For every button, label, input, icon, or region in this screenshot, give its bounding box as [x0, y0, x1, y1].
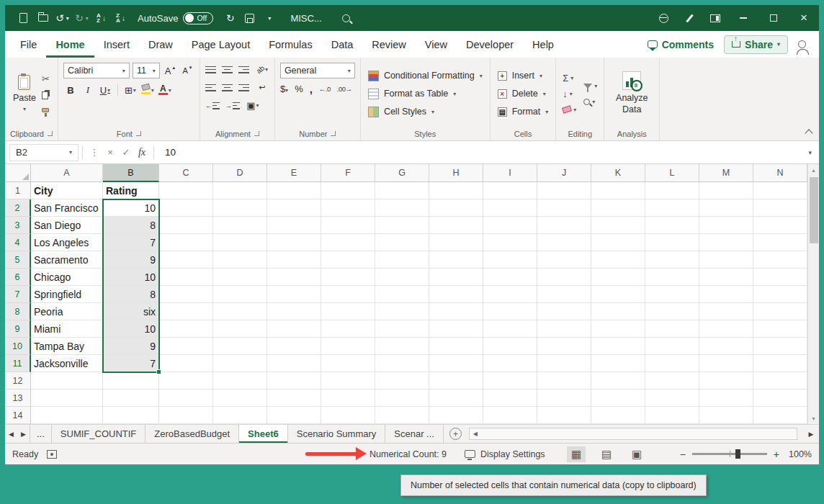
cancel-entry-button[interactable]: [102, 147, 118, 158]
row-header-8[interactable]: 8: [5, 303, 31, 320]
cell-l11[interactable]: [645, 355, 699, 372]
cell-f1[interactable]: [321, 182, 375, 199]
row-header-7[interactable]: 7: [5, 286, 31, 303]
cell-i12[interactable]: [483, 372, 537, 390]
copy-button[interactable]: [42, 89, 50, 100]
merge-center-button[interactable]: [246, 99, 260, 113]
column-header-g[interactable]: G: [375, 164, 429, 182]
align-right-icon[interactable]: [238, 84, 249, 92]
clear-button[interactable]: [563, 104, 576, 115]
insert-function-button[interactable]: fx: [134, 147, 150, 158]
cell-c11[interactable]: [159, 355, 213, 372]
cell-d10[interactable]: [213, 338, 267, 355]
cell-l9[interactable]: [645, 320, 699, 338]
cell-k12[interactable]: [591, 372, 645, 390]
cell-g7[interactable]: [375, 286, 429, 303]
cell-k4[interactable]: [591, 234, 645, 251]
cell-l13[interactable]: [645, 390, 699, 407]
ribbon-tab-developer[interactable]: Developer: [457, 31, 523, 58]
new-sheet-button[interactable]: [449, 428, 462, 440]
cell-f12[interactable]: [321, 372, 375, 390]
cell-b4[interactable]: 7: [103, 234, 159, 251]
cell-c7[interactable]: [159, 286, 213, 303]
cell-c10[interactable]: [159, 338, 213, 355]
cell-c8[interactable]: [159, 303, 213, 320]
cell-d3[interactable]: [213, 217, 267, 234]
cell-f6[interactable]: [321, 269, 375, 286]
macro-record-button[interactable]: [47, 450, 57, 459]
cell-h2[interactable]: [429, 199, 483, 217]
ribbon-tab-review[interactable]: Review: [362, 31, 416, 58]
cell-f3[interactable]: [321, 217, 375, 234]
cell-n12[interactable]: [753, 372, 807, 390]
cell-c9[interactable]: [159, 320, 213, 338]
cell-j10[interactable]: [537, 338, 591, 355]
cell-h4[interactable]: [429, 234, 483, 251]
cell-b13[interactable]: [103, 390, 159, 407]
cell-n1[interactable]: [753, 182, 807, 199]
dialog-launcher-icon[interactable]: [254, 131, 259, 136]
cell-e3[interactable]: [267, 217, 321, 234]
column-header-h[interactable]: H: [429, 164, 483, 182]
ribbon-tab-help[interactable]: Help: [523, 31, 563, 58]
cell-h9[interactable]: [429, 320, 483, 338]
vertical-scrollbar[interactable]: [807, 164, 819, 424]
ribbon-tab-page-layout[interactable]: Page Layout: [182, 31, 259, 58]
cell-b3[interactable]: 8: [103, 217, 159, 234]
cell-a13[interactable]: [31, 390, 103, 407]
redo-button[interactable]: [72, 7, 91, 29]
row-header-6[interactable]: 6: [5, 269, 31, 286]
scroll-up-button[interactable]: [808, 164, 819, 176]
cell-a14[interactable]: [31, 407, 103, 424]
format-painter-button[interactable]: [42, 105, 50, 116]
cell-a3[interactable]: San Diego: [31, 217, 103, 234]
column-header-f[interactable]: F: [321, 164, 375, 182]
align-top-icon[interactable]: [205, 66, 216, 74]
cell-g2[interactable]: [375, 199, 429, 217]
column-header-a[interactable]: A: [31, 164, 103, 182]
scroll-right-button[interactable]: [803, 431, 819, 438]
cell-l4[interactable]: [645, 234, 699, 251]
dialog-launcher-icon[interactable]: [48, 131, 53, 136]
cell-a5[interactable]: Sacramento: [31, 251, 103, 269]
cell-n7[interactable]: [753, 286, 807, 303]
cell-a9[interactable]: Miami: [31, 320, 103, 338]
cell-l12[interactable]: [645, 372, 699, 390]
cell-j12[interactable]: [537, 372, 591, 390]
cell-n9[interactable]: [753, 320, 807, 338]
cell-i11[interactable]: [483, 355, 537, 372]
zoom-in-button[interactable]: [774, 449, 779, 460]
cell-c1[interactable]: [159, 182, 213, 199]
cell-f2[interactable]: [321, 199, 375, 217]
cell-j13[interactable]: [537, 390, 591, 407]
cell-h12[interactable]: [429, 372, 483, 390]
pen-button[interactable]: [676, 7, 702, 29]
cell-f10[interactable]: [321, 338, 375, 355]
cell-e7[interactable]: [267, 286, 321, 303]
cell-m8[interactable]: [699, 303, 753, 320]
cell-g12[interactable]: [375, 372, 429, 390]
align-center-icon[interactable]: [222, 84, 233, 92]
cell-g4[interactable]: [375, 234, 429, 251]
formula-bar-handle[interactable]: [86, 147, 102, 158]
sort-az-button[interactable]: [91, 7, 111, 29]
cell-l5[interactable]: [645, 251, 699, 269]
cell-e10[interactable]: [267, 338, 321, 355]
cell-g3[interactable]: [375, 217, 429, 234]
column-header-i[interactable]: I: [483, 164, 537, 182]
cell-e4[interactable]: [267, 234, 321, 251]
cell-l1[interactable]: [645, 182, 699, 199]
row-header-2[interactable]: 2: [5, 199, 31, 217]
cell-n2[interactable]: [753, 199, 807, 217]
cell-a1[interactable]: City: [31, 182, 103, 199]
cell-f4[interactable]: [321, 234, 375, 251]
cell-b8[interactable]: six: [103, 303, 159, 320]
sheet-tab-sumif-countif[interactable]: SUMIF_COUNTIF: [52, 425, 145, 443]
minimize-button[interactable]: [728, 5, 758, 31]
font-name-combobox[interactable]: Calibri: [63, 63, 130, 78]
cell-d13[interactable]: [213, 390, 267, 407]
sort-za-button[interactable]: [111, 7, 130, 29]
cell-d1[interactable]: [213, 182, 267, 199]
sheet-tab-overflow[interactable]: ...: [30, 425, 52, 443]
cell-c3[interactable]: [159, 217, 213, 234]
